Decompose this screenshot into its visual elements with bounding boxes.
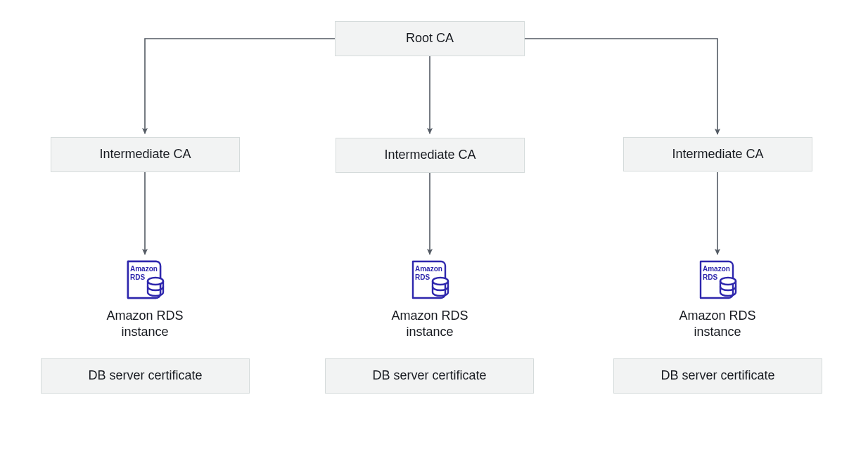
db-server-cert-label: DB server certificate — [660, 368, 774, 384]
db-server-cert-box: DB server certificate — [613, 358, 822, 394]
rds-instance-label: Amazon RDS instance — [359, 308, 500, 339]
rds-icon-text-top: Amazon — [130, 265, 158, 273]
amazon-rds-icon: Amazon RDS — [409, 259, 451, 301]
intermediate-ca-box: Intermediate CA — [51, 137, 240, 172]
rds-label-line1: Amazon RDS — [679, 309, 755, 323]
certificate-hierarchy-diagram: Root CA Intermediate CA Intermediate CA … — [0, 0, 868, 454]
db-server-cert-label: DB server certificate — [372, 368, 486, 384]
rds-label-line2: instance — [406, 325, 453, 339]
amazon-rds-icon: Amazon RDS — [696, 259, 739, 301]
amazon-rds-icon: Amazon RDS — [124, 259, 166, 301]
intermediate-ca-box: Intermediate CA — [336, 138, 525, 173]
rds-label-line2: instance — [121, 325, 168, 339]
root-ca-label: Root CA — [406, 30, 454, 46]
svg-point-1 — [433, 278, 448, 285]
rds-icon-text-bottom: RDS — [415, 273, 430, 281]
rds-icon-text-bottom: RDS — [130, 273, 145, 281]
rds-label-line1: Amazon RDS — [106, 309, 183, 323]
rds-icon-text-bottom: RDS — [703, 273, 717, 281]
svg-point-2 — [720, 278, 736, 285]
rds-label-line1: Amazon RDS — [391, 309, 468, 323]
intermediate-ca-label: Intermediate CA — [672, 146, 763, 162]
rds-instance-label: Amazon RDS instance — [647, 308, 788, 339]
db-server-cert-label: DB server certificate — [88, 368, 202, 384]
intermediate-ca-box: Intermediate CA — [623, 137, 812, 171]
rds-icon-text-top: Amazon — [703, 265, 730, 273]
rds-instance-label: Amazon RDS instance — [75, 308, 215, 339]
rds-label-line2: instance — [694, 325, 741, 339]
db-server-cert-box: DB server certificate — [41, 358, 250, 394]
rds-icon-text-top: Amazon — [415, 265, 442, 273]
root-ca-box: Root CA — [335, 21, 525, 56]
svg-point-0 — [148, 278, 163, 285]
db-server-cert-box: DB server certificate — [325, 358, 534, 394]
intermediate-ca-label: Intermediate CA — [384, 147, 476, 163]
intermediate-ca-label: Intermediate CA — [99, 146, 191, 162]
